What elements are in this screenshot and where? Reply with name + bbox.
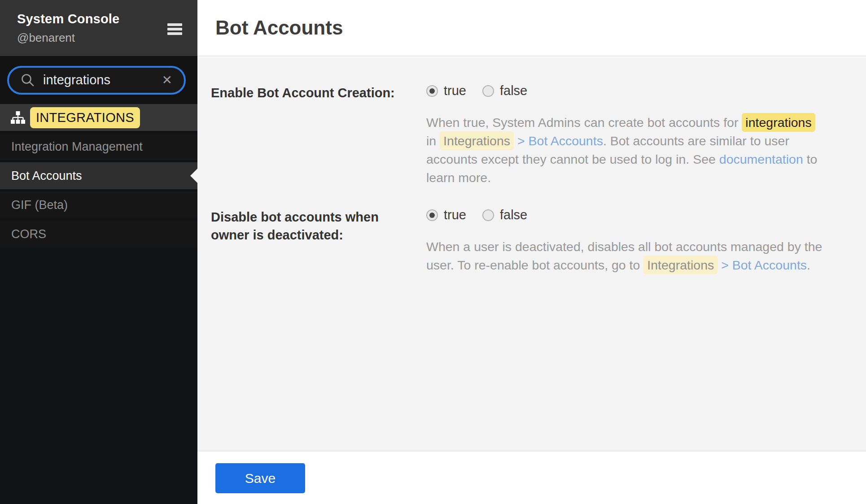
settings-panel: Enable Bot Account Creation: true false … xyxy=(197,57,866,451)
setting-label: Disable bot accounts when owner is deact… xyxy=(211,208,426,274)
clear-search-icon[interactable]: ✕ xyxy=(160,72,174,88)
sidebar-item-bot-accounts[interactable]: Bot Accounts xyxy=(0,162,197,189)
radio-true-label[interactable]: true xyxy=(444,208,466,222)
help-link[interactable]: > Bot Accounts xyxy=(721,258,807,272)
sidebar-item-integration-management[interactable]: Integration Management xyxy=(0,133,197,160)
menu-icon-bar xyxy=(167,28,182,30)
menu-icon[interactable] xyxy=(167,23,182,35)
selected-item-caret xyxy=(190,169,197,183)
page-title: Bot Accounts xyxy=(215,17,343,39)
setting-disable-bots-on-owner-deactivation: Disable bot accounts when owner is deact… xyxy=(211,208,866,274)
help-text: When true, System Admins can create bot … xyxy=(426,115,742,130)
help-text xyxy=(717,258,721,272)
setting-label: Enable Bot Account Creation: xyxy=(211,83,426,187)
menu-icon-bar xyxy=(167,32,182,35)
sidebar-item-label: GIF (Beta) xyxy=(11,198,68,212)
sidebar-item-label: CORS xyxy=(11,227,46,241)
setting-control: true false When a user is deactivated, d… xyxy=(426,208,826,274)
search-term-highlight-pale: Integrations xyxy=(643,256,717,274)
sidebar-item-label: Integration Management xyxy=(11,140,143,154)
radio-true[interactable] xyxy=(426,209,438,221)
search-box[interactable]: ✕ xyxy=(7,66,186,95)
setting-help-text: When a user is deactivated, disables all… xyxy=(426,238,826,274)
main-content: Bot Accounts Enable Bot Account Creation… xyxy=(197,0,866,504)
radio-group: true false xyxy=(426,208,826,222)
search-icon xyxy=(21,73,35,87)
page-header: Bot Accounts xyxy=(197,0,866,56)
sidebar-section-integrations[interactable]: INTEGRATIONS xyxy=(0,104,197,131)
search-term-highlight-strong: integrations xyxy=(742,113,815,132)
search-section: ✕ xyxy=(0,56,197,104)
radio-true[interactable] xyxy=(426,85,438,97)
setting-enable-bot-account-creation: Enable Bot Account Creation: true false … xyxy=(211,83,866,187)
help-text: . xyxy=(807,258,810,272)
radio-false[interactable] xyxy=(482,85,494,97)
setting-control: true false When true, System Admins can … xyxy=(426,83,826,187)
help-text: in xyxy=(426,134,440,148)
search-term-highlight-pale: Integrations xyxy=(440,131,514,150)
radio-true-label[interactable]: true xyxy=(444,83,466,98)
section-label-highlighted: INTEGRATIONS xyxy=(30,107,140,128)
help-text xyxy=(514,134,517,148)
sidebar-item-gif-beta[interactable]: GIF (Beta) xyxy=(0,191,197,218)
help-link[interactable]: documentation xyxy=(719,152,803,166)
radio-false-label[interactable]: false xyxy=(500,83,527,98)
sidebar-header: System Console @benarent xyxy=(0,0,197,56)
sidebar-item-label: Bot Accounts xyxy=(11,169,82,183)
footer-bar: Save xyxy=(197,451,866,504)
menu-icon-bar xyxy=(167,23,182,26)
sidebar: System Console @benarent ✕ xyxy=(0,0,197,504)
radio-false-label[interactable]: false xyxy=(500,208,527,222)
radio-false[interactable] xyxy=(482,209,494,221)
help-link[interactable]: > Bot Accounts xyxy=(517,134,603,148)
save-button[interactable]: Save xyxy=(215,463,305,493)
radio-group: true false xyxy=(426,83,826,98)
setting-help-text: When true, System Admins can create bot … xyxy=(426,113,826,187)
sidebar-items: Integration ManagementBot AccountsGIF (B… xyxy=(0,131,197,248)
sitemap-icon xyxy=(11,111,25,124)
sidebar-item-cors[interactable]: CORS xyxy=(0,221,197,248)
search-input[interactable] xyxy=(42,72,160,88)
